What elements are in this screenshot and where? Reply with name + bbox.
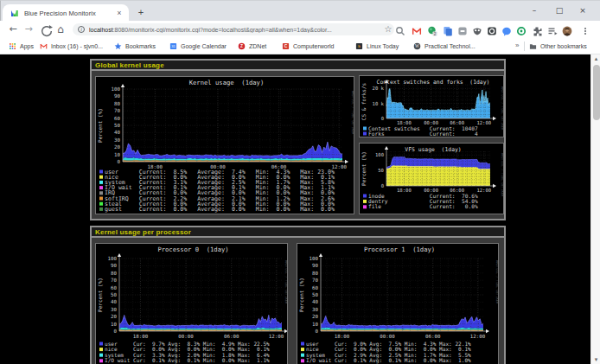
svg-text:10: 10 [111, 322, 117, 327]
mask-icon [472, 26, 482, 36]
bookmarks-separator [524, 42, 525, 51]
graph-canvas-kernel: Kernel usage (1day)Percent (%)0102030405… [96, 77, 354, 214]
window-minimize-button[interactable]: – [527, 3, 542, 17]
tab-close-icon[interactable]: × [115, 9, 124, 17]
window-close-button[interactable]: × [575, 3, 590, 17]
toolbar-menu-dots-icon[interactable] [580, 24, 590, 35]
svg-text:90: 90 [312, 263, 318, 268]
svg-text:06:00: 06:00 [425, 334, 441, 339]
address-bar[interactable]: i localhost:8080/monitorix-cgi/monitorix… [73, 23, 394, 35]
svg-text:30: 30 [114, 137, 120, 143]
page-info-icon[interactable]: i [78, 26, 85, 33]
toolbar-mask-icon[interactable] [472, 24, 482, 35]
svg-text:Processor 1 (1day): Processor 1 (1day) [364, 246, 435, 253]
svg-text:20: 20 [312, 314, 318, 319]
bookmark-item[interactable]: ltLinux Today [355, 41, 399, 52]
svg-text:RRDTOOL / TOBI OETIKER: RRDTOOL / TOBI OETIKER [501, 153, 504, 197]
wordpress-icon: W [413, 42, 421, 50]
scrollbar-thumb[interactable] [593, 65, 600, 120]
bookmark-item[interactable]: CComputerworld [282, 41, 334, 52]
gmail-icon [412, 26, 422, 36]
svg-text:0: 0 [114, 329, 118, 334]
graph-canvas-proc0: Processor 0 (1day)Percent (%)01020304050… [96, 244, 287, 364]
bookmark-item[interactable]: ZZDNet [238, 41, 266, 52]
forward-icon[interactable]: → [22, 22, 35, 36]
section-title: Global kernel usage [92, 61, 504, 71]
new-tab-button[interactable]: + [134, 6, 148, 20]
tab-strip: Blue Precision Monitorix × + – □ × [0, 0, 600, 21]
toolbar-camera-icon[interactable] [487, 24, 497, 35]
vertical-scrollbar[interactable]: ▴ ▾ [590, 54, 600, 364]
other-bookmarks-button[interactable]: Other bookmarks [529, 41, 587, 52]
bookmark-item[interactable]: Inbox (16) - sjvn0... [40, 41, 103, 52]
svg-text:18:00: 18:00 [335, 334, 350, 339]
legend-row-I/O wait: I/O wait Cur: 0.1% Avg: 0.1% Min: 0.0% M… [105, 357, 270, 364]
toolbar-search-icon[interactable] [395, 24, 405, 35]
svg-text:06:00: 06:00 [224, 334, 239, 339]
toolbar-playlist-icon[interactable] [547, 24, 558, 35]
toolbar-blue-oval-icon[interactable] [501, 24, 512, 35]
svg-text:Percent (%): Percent (%) [97, 278, 103, 312]
bookmarks-bar: AppsInbox (16) - sjvn0...Bookmarks31Goog… [0, 38, 600, 54]
bookmarks-overflow-chevron[interactable]: » [515, 42, 519, 49]
profile-avatar[interactable] [562, 24, 572, 35]
svg-text:70: 70 [114, 108, 120, 113]
home-icon[interactable]: ⌂ [54, 22, 67, 36]
puzzle-icon [532, 26, 542, 36]
legend-swatch-nice [99, 348, 103, 351]
svg-text:20: 20 [114, 144, 120, 150]
svg-text:31: 31 [171, 44, 176, 48]
svg-text:Percent (%): Percent (%) [97, 108, 103, 143]
toolbar-copy-pages-icon[interactable] [443, 24, 453, 35]
legend-swatch-guest [99, 208, 103, 211]
legend-swatch-I/O wait [301, 359, 304, 362]
url-text[interactable]: localhost:8080/monitorix-cgi/monitorix.c… [89, 27, 332, 33]
browser-toolbar: ← → ⌂ i localhost:8080/monitorix-cgi/mon… [0, 21, 600, 38]
copy-pages-icon [443, 26, 453, 36]
search-icon [395, 26, 405, 36]
legend-swatch-I/O wait [99, 359, 103, 362]
back-icon[interactable]: ← [6, 22, 20, 36]
svg-text:Percent (%): Percent (%) [361, 151, 367, 186]
legend-swatch-Forks [363, 132, 367, 136]
svg-text:100: 100 [375, 152, 384, 157]
legend-row-Forks: Forks Current: 4 [368, 131, 478, 137]
svg-text:90: 90 [114, 93, 120, 99]
toolbar-puzzle-icon[interactable] [532, 24, 542, 35]
section-panel: Global kernel usageKernel usage (1day)Pe… [90, 59, 506, 220]
blue-oval-icon [501, 26, 512, 36]
toolbar-gray-box-icon[interactable] [457, 24, 468, 35]
legend-swatch-Context switches [363, 127, 367, 131]
svg-text:10: 10 [114, 152, 120, 157]
reload-icon[interactable] [40, 24, 54, 38]
graph-proc0: Processor 0 (1day)Percent (%)01020304050… [95, 243, 288, 364]
bookmark-star-icon[interactable]: ☆ [381, 22, 395, 36]
other-bookmarks-label: Other bookmarks [540, 43, 587, 49]
bookmark-item[interactable]: Bookmarks [114, 41, 156, 52]
toolbar-green-ball-icon[interactable]: 2 [427, 24, 437, 35]
svg-text:50: 50 [114, 123, 120, 128]
toolbar-green-ring-icon[interactable] [516, 24, 527, 35]
svg-text:18:00: 18:00 [133, 334, 149, 339]
gray-box-icon [457, 26, 468, 36]
legend-swatch-system [99, 354, 103, 357]
svg-text:90: 90 [111, 263, 117, 268]
graph-canvas-context: Context switches and forks (1day)CS & fo… [360, 76, 503, 137]
legend-swatch-nice [301, 348, 304, 351]
svg-text:CS & forks/s: CS & forks/s [361, 82, 367, 120]
bookmark-item[interactable]: Apps [9, 41, 34, 52]
graph-proc1: Processor 1 (1day)Percent (%)01020304050… [297, 243, 499, 364]
scroll-down-icon[interactable]: ▾ [591, 355, 600, 364]
bookmark-item[interactable]: 31Google Calendar [169, 41, 227, 52]
bookmark-label: ZDNet [249, 43, 266, 49]
scroll-up-icon[interactable]: ▴ [591, 54, 600, 63]
bookmark-item[interactable]: WPractical Technol... [413, 41, 476, 52]
svg-text:50: 50 [378, 168, 384, 173]
monitorix-favicon [10, 9, 19, 17]
url-path: :8080/monitorix-cgi/monitorix.cgi?mode=l… [113, 27, 332, 33]
toolbar-gmail-icon[interactable] [412, 24, 422, 35]
graph-vfs: VFS usage (1day)Percent (%)05010018:0000… [359, 143, 504, 214]
window-maximize-button[interactable]: □ [552, 3, 567, 17]
svg-text:40: 40 [114, 130, 120, 135]
browser-tab[interactable]: Blue Precision Monitorix × [3, 4, 129, 22]
